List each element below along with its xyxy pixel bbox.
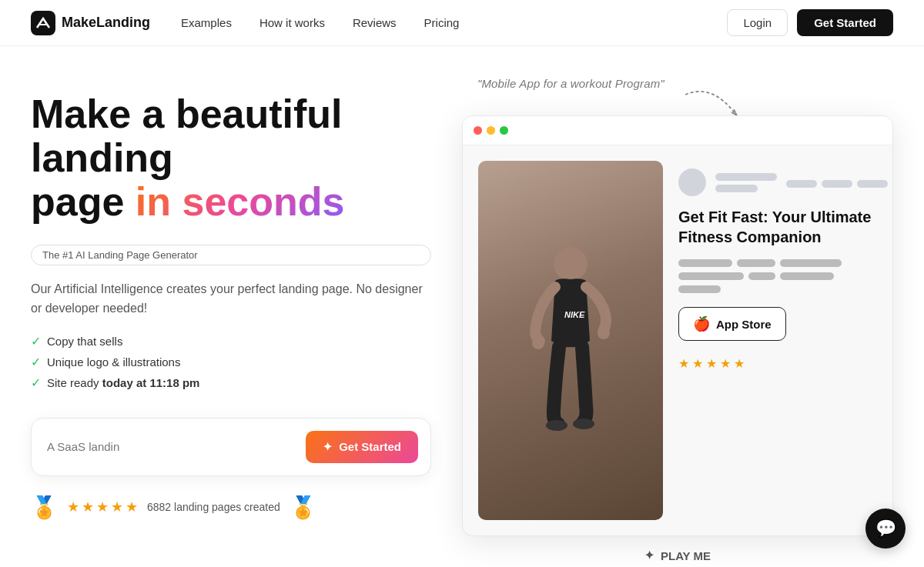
logo-text: MakeLanding bbox=[62, 15, 150, 31]
nav-link-pricing[interactable]: Pricing bbox=[424, 16, 460, 29]
panel-title: Get Fit Fast: Your Ultimate Fitness Comp… bbox=[678, 207, 888, 247]
get-started-main-button[interactable]: ✦ Get Started bbox=[306, 431, 418, 463]
svg-text:NIKE: NIKE bbox=[564, 310, 585, 319]
content-panel: Get Fit Fast: Your Ultimate Fitness Comp… bbox=[678, 161, 888, 520]
get-started-main-label: Get Started bbox=[339, 440, 401, 453]
panel-title-line2: Fitness Companion bbox=[678, 228, 822, 245]
content-bar-2b bbox=[748, 272, 775, 280]
top-bar-2 bbox=[822, 180, 852, 188]
content-bars bbox=[678, 259, 888, 293]
content-bar-2c bbox=[780, 272, 834, 280]
app-store-button[interactable]: 🍎 App Store bbox=[678, 307, 786, 341]
navbar: MakeLanding Examples How it works Review… bbox=[0, 0, 924, 46]
svg-point-1 bbox=[554, 247, 588, 281]
browser-bar bbox=[463, 116, 892, 145]
svg-point-3 bbox=[598, 327, 610, 339]
main-content: Make a beautiful landing page in seconds… bbox=[0, 46, 924, 567]
feature-item-2: ✓ Unique logo & illustrations bbox=[31, 355, 431, 369]
chat-button[interactable]: 💬 bbox=[865, 509, 906, 549]
play-me-button[interactable]: ✦ PLAY ME bbox=[644, 549, 711, 562]
browser-mockup: NIKE bbox=[462, 115, 893, 536]
get-started-nav-button[interactable]: Get Started bbox=[797, 9, 893, 36]
content-bar-1b bbox=[737, 259, 775, 267]
stat-star-4: ★ bbox=[111, 499, 123, 515]
hero-subtitle: Our Artificial Intelligence creates your… bbox=[31, 279, 431, 319]
logo-icon bbox=[31, 11, 55, 35]
nav-links: Examples How it works Reviews Pricing bbox=[181, 16, 459, 30]
avatar-row bbox=[678, 168, 888, 196]
stats-text: 6882 landing pages created bbox=[147, 501, 280, 513]
nav-link-examples[interactable]: Examples bbox=[181, 16, 232, 29]
chat-icon: 💬 bbox=[875, 519, 896, 539]
panel-stars: ★ ★ ★ ★ ★ bbox=[678, 356, 888, 371]
hero-left: Make a beautiful landing page in seconds… bbox=[31, 77, 431, 567]
bar-sub bbox=[715, 185, 758, 192]
bar-row-3 bbox=[678, 285, 888, 293]
typing-prompt: "Mobile App for a workout Program" bbox=[477, 77, 665, 90]
panel-star-5: ★ bbox=[734, 356, 745, 371]
avatar bbox=[678, 168, 706, 196]
check-icon-2: ✓ bbox=[31, 355, 41, 369]
content-bar-2a bbox=[678, 272, 744, 280]
fitness-person-icon: NIKE bbox=[517, 241, 624, 441]
nav-right: Login Get Started bbox=[727, 9, 893, 36]
avatar-text-bars bbox=[715, 173, 777, 192]
sparkle-play-icon: ✦ bbox=[644, 549, 654, 562]
browser-content: NIKE bbox=[463, 145, 892, 535]
landing-page-input[interactable] bbox=[47, 440, 306, 453]
svg-point-5 bbox=[573, 419, 594, 429]
svg-point-4 bbox=[546, 420, 567, 431]
panel-star-4: ★ bbox=[720, 356, 731, 371]
hero-right: "Mobile App for a workout Program" bbox=[462, 77, 893, 567]
check-icon-1: ✓ bbox=[31, 334, 41, 349]
svg-rect-0 bbox=[31, 11, 55, 35]
stat-star-5: ★ bbox=[126, 499, 138, 515]
bar-row-2 bbox=[678, 272, 888, 280]
feature-list: ✓ Copy that sells ✓ Unique logo & illust… bbox=[31, 334, 431, 396]
feature-label-2: Unique logo & illustrations bbox=[47, 355, 180, 369]
logo-link[interactable]: MakeLanding bbox=[31, 11, 150, 35]
nav-link-how-it-works[interactable]: How it works bbox=[259, 16, 325, 29]
top-bar-1 bbox=[786, 180, 817, 188]
stat-star-1: ★ bbox=[67, 499, 79, 515]
hero-heading: Make a beautiful landing page in seconds bbox=[31, 92, 431, 225]
stats-row: 🏅 ★ ★ ★ ★ ★ 6882 landing pages created 🏅 bbox=[31, 495, 431, 520]
hero-badge: The #1 AI Landing Page Generator bbox=[31, 245, 431, 265]
stat-star-2: ★ bbox=[82, 499, 94, 515]
feature-label-1: Copy that sells bbox=[47, 335, 122, 348]
play-me-label: PLAY ME bbox=[661, 549, 711, 562]
hero-heading-line1: Make a beautiful landing bbox=[31, 92, 343, 180]
bar-name bbox=[715, 173, 777, 181]
panel-title-line1: Get Fit Fast: Your Ultimate bbox=[678, 208, 871, 225]
stat-star-3: ★ bbox=[96, 499, 109, 515]
feature-item-3: ✓ Site ready today at 11:18 pm bbox=[31, 375, 431, 390]
nav-bar-group bbox=[786, 177, 888, 188]
sparkle-icon: ✦ bbox=[323, 440, 333, 454]
hero-heading-highlight: in seconds bbox=[136, 179, 345, 224]
play-me-row: ✦ PLAY ME bbox=[462, 549, 893, 562]
browser-dot-yellow bbox=[487, 126, 495, 135]
content-bar-1a bbox=[678, 259, 732, 267]
nav-link-reviews[interactable]: Reviews bbox=[353, 16, 397, 29]
hero-heading-line2: page bbox=[31, 179, 136, 224]
fitness-image-inner: NIKE bbox=[478, 161, 663, 520]
panel-star-1: ★ bbox=[678, 356, 689, 371]
browser-dot-green bbox=[500, 126, 508, 135]
cta-input-area: ✦ Get Started bbox=[31, 418, 431, 476]
fitness-image: NIKE bbox=[478, 161, 663, 520]
nav-left: MakeLanding Examples How it works Review… bbox=[31, 11, 459, 35]
check-icon-3: ✓ bbox=[31, 375, 41, 390]
content-bar-3a bbox=[678, 285, 721, 293]
top-bar-3 bbox=[857, 180, 888, 188]
apple-icon: 🍎 bbox=[693, 315, 710, 332]
feature-label-3: Site ready today at 11:18 pm bbox=[47, 376, 199, 389]
appstore-label: App Store bbox=[716, 318, 772, 331]
feature-item-1: ✓ Copy that sells bbox=[31, 334, 431, 349]
login-button[interactable]: Login bbox=[727, 9, 788, 36]
content-bar-1c bbox=[780, 259, 842, 267]
svg-point-2 bbox=[532, 337, 544, 349]
browser-dot-red bbox=[474, 126, 482, 135]
bar-row-1 bbox=[678, 259, 888, 267]
feature-label-3-bold: today at 11:18 pm bbox=[102, 376, 200, 389]
stats-stars: ★ ★ ★ ★ ★ bbox=[67, 499, 138, 515]
